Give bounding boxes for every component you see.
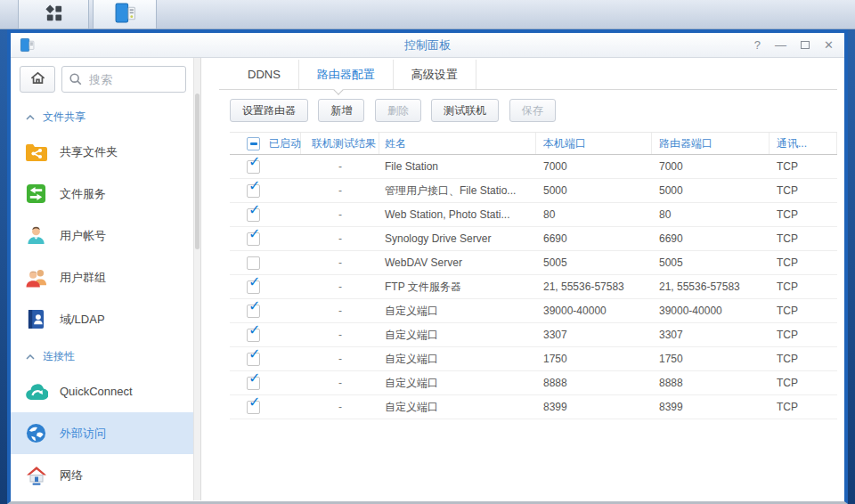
name-cell: FTP 文件服务器 [379, 275, 536, 298]
test-result-cell: - [301, 299, 379, 322]
sidebar-item-domain-ldap[interactable]: 域/LDAP [11, 298, 200, 340]
router-port-cell: 8888 [652, 371, 770, 394]
table-row[interactable]: - File Station 7000 7000 TCP [230, 155, 837, 179]
test-result-cell: - [301, 395, 379, 419]
table-row[interactable]: - 自定义端口 1750 1750 TCP [230, 347, 837, 371]
sidebar-item-user-account[interactable]: 用户帐号 [11, 215, 200, 256]
table-row[interactable]: - WebDAV Server 5005 5005 TCP [230, 251, 837, 275]
sidebar-item-user-group[interactable]: 用户群组 [11, 256, 200, 298]
enabled-checkbox[interactable] [247, 208, 260, 222]
column-header-name[interactable]: 姓名 [379, 133, 536, 154]
table-row[interactable]: - 自定义端口 39000-40000 39000-40000 TCP [230, 299, 837, 323]
local-port-cell: 8888 [536, 371, 652, 394]
tab-advanced-settings[interactable]: 高级设置 [394, 60, 476, 89]
enabled-cell [230, 347, 301, 370]
maximize-icon [801, 41, 810, 49]
enabled-checkbox[interactable] [247, 232, 260, 246]
router-port-cell: 1750 [652, 347, 770, 370]
home-button[interactable] [20, 66, 55, 93]
test-result-cell: - [301, 251, 379, 274]
protocol-cell: TCP [770, 155, 837, 178]
router-port-cell: 80 [652, 203, 770, 226]
tab-ddns[interactable]: DDNS [230, 60, 299, 89]
control-panel-window: 控制面板 ? — ✕ [7, 29, 848, 504]
enabled-cell [230, 155, 301, 178]
chevron-up-icon [26, 354, 35, 360]
local-port-cell: 21, 55536-57583 [536, 275, 652, 298]
column-header-enabled[interactable]: 已启动 [230, 133, 301, 154]
enabled-checkbox[interactable] [247, 401, 260, 414]
maximize-button[interactable] [801, 33, 810, 58]
enabled-checkbox[interactable] [247, 377, 260, 390]
desktop-taskbar [0, 0, 855, 29]
local-port-cell: 80 [536, 203, 652, 226]
table-row[interactable]: - FTP 文件服务器 21, 55536-57583 21, 55536-57… [230, 275, 837, 299]
protocol-cell: TCP [770, 275, 837, 298]
enabled-checkbox[interactable] [247, 280, 260, 294]
sidebar-item-shared-folder[interactable]: 共享文件夹 [11, 131, 200, 173]
enabled-checkbox[interactable] [247, 160, 260, 174]
name-cell: 自定义端口 [379, 395, 536, 419]
enabled-cell [230, 323, 301, 346]
protocol-cell: TCP [770, 203, 837, 226]
window-controls: ? — ✕ [754, 33, 834, 58]
column-header-test-result[interactable]: 联机测试结果 [301, 133, 379, 154]
sidebar-item-label: 文件服务 [60, 186, 106, 202]
chevron-up-icon [26, 115, 35, 120]
sidebar-item-file-services[interactable]: 文件服务 [11, 173, 200, 215]
sidebar-item-label: 外部访问 [60, 426, 106, 442]
table-row[interactable]: - Synology Drive Server 6690 6690 TCP [230, 227, 837, 251]
column-header-protocol[interactable]: 通讯... [770, 133, 837, 154]
table-row[interactable]: - 管理用户接口、File Statio... 5000 5000 TCP [230, 179, 837, 203]
add-button[interactable]: 新增 [318, 99, 364, 122]
enabled-checkbox[interactable] [247, 305, 260, 318]
control-panel-taskbar-button[interactable] [93, 0, 157, 28]
test-connection-button[interactable]: 测试联机 [431, 99, 499, 122]
column-header-local-port[interactable]: 本机端口 [536, 133, 652, 154]
close-button[interactable]: ✕ [824, 33, 834, 58]
save-button[interactable]: 保存 [509, 99, 556, 122]
window-title: 控制面板 [11, 33, 844, 58]
table-row[interactable]: - 自定义端口 3307 3307 TCP [230, 323, 837, 347]
table-row[interactable]: - 自定义端口 8399 8399 TCP [230, 395, 837, 419]
sidebar-item-network[interactable]: 网络 [11, 454, 200, 496]
sidebar-section-connectivity[interactable]: 连接性 [11, 340, 200, 370]
delete-button[interactable]: 删除 [375, 99, 421, 122]
test-result-cell: - [301, 227, 379, 250]
enabled-checkbox[interactable] [247, 256, 260, 270]
protocol-cell: TCP [770, 227, 837, 250]
help-button[interactable]: ? [754, 33, 761, 58]
name-cell: Web Station, Photo Stati... [379, 203, 536, 226]
test-result-cell: - [301, 203, 379, 226]
router-port-cell: 3307 [652, 323, 770, 346]
minimize-button[interactable]: — [775, 33, 786, 58]
local-port-cell: 7000 [536, 155, 652, 178]
name-cell: 自定义端口 [379, 299, 536, 322]
header-label: 已启动 [269, 133, 301, 155]
router-port-cell: 39000-40000 [652, 299, 770, 322]
column-header-router-port[interactable]: 路由器端口 [652, 133, 770, 154]
user-group-icon [24, 267, 48, 288]
tab-router-configuration[interactable]: 路由器配置 [299, 60, 394, 89]
enabled-checkbox[interactable] [247, 329, 260, 342]
sidebar-scrollbar-track[interactable] [193, 58, 200, 500]
sidebar-item-quickconnect[interactable]: QuickConnect [11, 370, 200, 412]
local-port-cell: 1750 [536, 347, 652, 370]
table-row[interactable]: - 自定义端口 8888 8888 TCP [230, 371, 837, 395]
local-port-cell: 5005 [536, 251, 652, 274]
section-label: 文件共享 [43, 110, 86, 125]
tab-bar: DDNS 路由器配置 高级设置 [219, 60, 837, 90]
sidebar-section-file-sharing[interactable]: 文件共享 [11, 101, 200, 131]
sidebar-item-external-access[interactable]: 外部访问 [11, 412, 200, 454]
table-row[interactable]: - Web Station, Photo Stati... 80 80 TCP [230, 203, 837, 227]
enabled-checkbox[interactable] [247, 184, 260, 198]
protocol-cell: TCP [770, 251, 837, 274]
sidebar-scrollbar-thumb[interactable] [195, 93, 200, 249]
enabled-checkbox[interactable] [247, 353, 260, 366]
name-cell: 自定义端口 [379, 323, 536, 346]
port-forwarding-table: 已启动 联机测试结果 姓名 本机端口 路由器端口 通讯... - File St… [230, 132, 837, 419]
select-all-checkbox[interactable] [247, 137, 260, 150]
name-cell: Synology Drive Server [379, 227, 536, 250]
main-menu-button[interactable] [18, 0, 89, 28]
set-up-router-button[interactable]: 设置路由器 [230, 99, 308, 122]
